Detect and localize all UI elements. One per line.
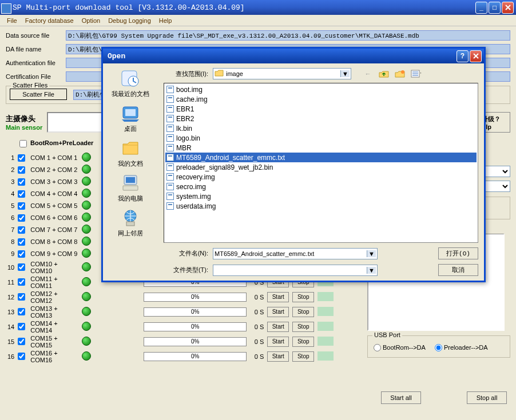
places-mydocs[interactable]: 我的文档 [118,138,143,168]
com-index: 15 [6,334,16,349]
com-enable-checkbox[interactable] [18,202,25,210]
com-index: 4 [6,188,16,200]
new-folder-icon[interactable] [395,69,405,79]
file-item[interactable]: secro.img [165,182,477,191]
menu-help[interactable]: Help [156,16,176,25]
recent-docs-icon [120,68,141,89]
file-item[interactable]: cache.img [165,94,477,104]
up-folder-icon[interactable] [379,69,389,79]
com-enable-checkbox[interactable] [18,278,25,286]
stop-button[interactable]: Stop [292,351,314,362]
places-desktop[interactable]: 桌面 [120,103,141,133]
file-icon [166,144,174,151]
file-icon [166,95,174,103]
file-item[interactable]: preloader_signal89_wet_jb2.bin [165,162,477,172]
com-index: 7 [6,224,16,236]
file-name: EBR1 [176,105,194,113]
com-enable-checkbox[interactable] [18,238,25,246]
status-led-icon [82,237,91,246]
maximize-button[interactable]: □ [489,2,501,14]
main-sensor-label-cn: 主摄像头 [6,114,42,124]
dialog-open-button[interactable]: 打开(O) [438,247,478,259]
filename-input[interactable]: MT6589_Android_scatter_emmc.txt ▼ [213,248,378,259]
menu-debug[interactable]: Debug Logging [105,16,154,25]
com-enable-checkbox[interactable] [18,214,25,222]
com-enable-checkbox[interactable] [18,308,25,315]
menubar: File Factory database Option Debug Loggi… [0,15,516,26]
file-icon [166,163,174,171]
com-enable-checkbox[interactable] [18,293,25,301]
start-button[interactable]: Start [267,337,289,347]
stop-button[interactable]: Stop [292,322,314,332]
places-network[interactable]: 网上邻居 [118,207,143,238]
file-item[interactable]: EBR2 [165,114,477,123]
scatter-file-button[interactable]: Scatter File [10,89,67,100]
status-led-icon [82,177,91,186]
dialog-close-button[interactable] [470,50,482,62]
filetype-combo[interactable]: ▼ [213,265,378,276]
file-item[interactable]: recovery.img [165,172,477,182]
dialog-cancel-button[interactable]: 取消 [438,264,478,276]
places-mycomputer[interactable]: 我的电脑 [118,173,143,203]
view-menu-icon[interactable] [411,69,421,79]
stop-button[interactable]: Stop [292,307,314,317]
com-enable-checkbox[interactable] [18,166,25,174]
lookin-combo[interactable]: image ▼ [213,68,351,79]
status-led-icon [82,262,91,271]
com-enable-checkbox[interactable] [18,338,25,345]
com-label: COM12 + COM12 [29,290,80,305]
scatter-legend: Scatter Files [11,82,49,89]
file-item[interactable]: MBR [165,143,477,153]
file-icon [166,134,174,142]
status-led-icon [82,165,91,174]
file-item[interactable]: logo.bin [165,133,477,143]
com-row: 16COM16 + COM160%0 SStartStop [6,349,335,364]
menu-factory[interactable]: Factory database [22,16,77,25]
file-item[interactable]: MT6589_Android_scatter_emmc.txt [165,153,477,162]
stop-button[interactable]: Stop [292,337,314,347]
com-enable-checkbox[interactable] [18,178,25,186]
usb-bootrom-radio[interactable] [374,344,381,351]
start-button[interactable]: Start [267,292,289,302]
start-button[interactable]: Start [267,322,289,332]
file-list[interactable]: boot.imgcache.imgEBR1EBR2lk.binlogo.binM… [164,83,478,243]
file-item[interactable]: system.img [165,191,477,201]
com-enable-checkbox[interactable] [18,353,25,360]
stop-all-button[interactable]: Stop all [467,391,507,404]
network-icon [120,207,141,228]
menu-file[interactable]: File [3,16,21,25]
bootrom-preloader-checkbox[interactable] [19,140,27,147]
close-button[interactable] [502,2,514,14]
places-recent[interactable]: 我最近的文档 [112,68,149,98]
data-source-input[interactable] [66,30,510,41]
file-item[interactable]: EBR1 [165,104,477,114]
com-label: COM 3 + COM 3 [29,176,80,188]
usb-preloader-radio[interactable] [435,344,442,351]
com-enable-checkbox[interactable] [18,250,25,258]
file-icon [166,115,174,122]
menu-option[interactable]: Option [78,16,104,25]
com-enable-checkbox[interactable] [18,323,25,330]
com-index: 8 [6,236,16,248]
com-enable-checkbox[interactable] [18,190,25,198]
com-enable-checkbox[interactable] [18,226,25,234]
start-all-button[interactable]: Start all [381,391,421,404]
back-icon[interactable]: ← [363,69,373,79]
start-button[interactable]: Start [267,307,289,317]
stop-button[interactable]: Stop [292,292,314,302]
status-led-icon [82,277,91,286]
status-led-icon [82,189,91,198]
file-item[interactable]: lk.bin [165,123,477,133]
svg-rect-3 [125,109,136,116]
file-name: preloader_signal89_wet_jb2.bin [176,163,273,171]
com-enable-checkbox[interactable] [18,263,25,271]
file-item[interactable]: userdata.img [165,201,477,211]
dialog-title: Open [105,52,457,61]
cert-file-label: Certification File [6,73,66,80]
file-item[interactable]: boot.img [165,85,477,94]
minimize-button[interactable]: _ [475,2,487,14]
start-button[interactable]: Start [267,351,289,362]
com-label: COM13 + COM13 [29,305,80,319]
dialog-help-button[interactable]: ? [457,50,469,62]
com-enable-checkbox[interactable] [18,154,25,162]
